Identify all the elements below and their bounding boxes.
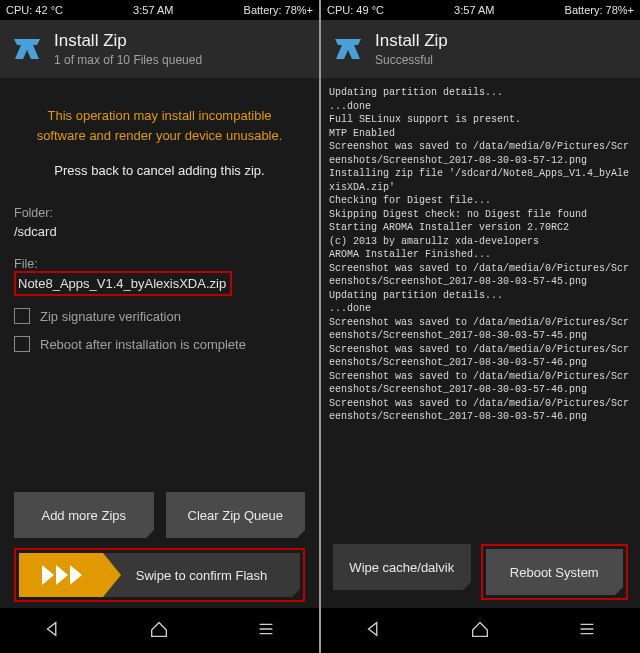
menu-icon[interactable] (255, 618, 277, 643)
header-title: Install Zip (375, 31, 448, 51)
checkbox-icon[interactable] (14, 308, 30, 324)
right-screenshot: CPU: 49 °C 3:57 AM Battery: 78%+ Install… (321, 0, 640, 653)
wipe-cache-button[interactable]: Wipe cache/dalvik (333, 544, 471, 590)
file-label: File: (14, 257, 305, 271)
swipe-label: Swipe to confirm Flash (103, 568, 300, 583)
status-battery: Battery: 78%+ (565, 4, 634, 16)
status-bar: CPU: 42 °C 3:57 AM Battery: 78%+ (0, 0, 319, 20)
status-cpu: CPU: 42 °C (6, 4, 63, 16)
header-subtitle: Successful (375, 53, 448, 67)
nav-bar (0, 608, 319, 653)
home-icon[interactable] (469, 618, 491, 643)
menu-icon[interactable] (576, 618, 598, 643)
file-value-highlight: Note8_Apps_V1.4_byAlexisXDA.zip (14, 271, 232, 296)
zip-signature-checkbox-row[interactable]: Zip signature verification (14, 308, 305, 324)
twrp-logo-icon (10, 32, 44, 66)
info-text: Press back to cancel adding this zip. (14, 163, 305, 178)
add-more-zips-button[interactable]: Add more Zips (14, 492, 154, 538)
nav-bar (321, 608, 640, 653)
left-screenshot: CPU: 42 °C 3:57 AM Battery: 78%+ Install… (0, 0, 319, 653)
header: Install Zip Successful (321, 20, 640, 78)
folder-value[interactable]: /sdcard (14, 224, 305, 239)
folder-label: Folder: (14, 206, 305, 220)
reboot-after-checkbox-row[interactable]: Reboot after installation is complete (14, 336, 305, 352)
header-title: Install Zip (54, 31, 202, 51)
header-subtitle: 1 of max of 10 Files queued (54, 53, 202, 67)
install-log-output: Updating partition details... ...done Fu… (321, 78, 640, 544)
reboot-button-highlight: Reboot System (481, 544, 629, 600)
status-battery: Battery: 78%+ (244, 4, 313, 16)
checkbox-icon[interactable] (14, 336, 30, 352)
status-cpu: CPU: 49 °C (327, 4, 384, 16)
back-icon[interactable] (363, 618, 385, 643)
swipe-slider-highlight: Swipe to confirm Flash (14, 548, 305, 602)
swipe-thumb-icon[interactable] (19, 553, 103, 597)
home-icon[interactable] (148, 618, 170, 643)
reboot-after-label: Reboot after installation is complete (40, 337, 246, 352)
status-time: 3:57 AM (454, 4, 494, 16)
twrp-logo-icon (331, 32, 365, 66)
warning-text: This operation may install incompatible … (14, 106, 305, 145)
swipe-to-confirm-slider[interactable]: Swipe to confirm Flash (19, 553, 300, 597)
zip-signature-label: Zip signature verification (40, 309, 181, 324)
back-icon[interactable] (42, 618, 64, 643)
reboot-system-button[interactable]: Reboot System (486, 549, 624, 595)
status-time: 3:57 AM (133, 4, 173, 16)
clear-zip-queue-button[interactable]: Clear Zip Queue (166, 492, 306, 538)
header: Install Zip 1 of max of 10 Files queued (0, 20, 319, 78)
file-value[interactable]: Note8_Apps_V1.4_byAlexisXDA.zip (18, 276, 226, 291)
status-bar: CPU: 49 °C 3:57 AM Battery: 78%+ (321, 0, 640, 20)
